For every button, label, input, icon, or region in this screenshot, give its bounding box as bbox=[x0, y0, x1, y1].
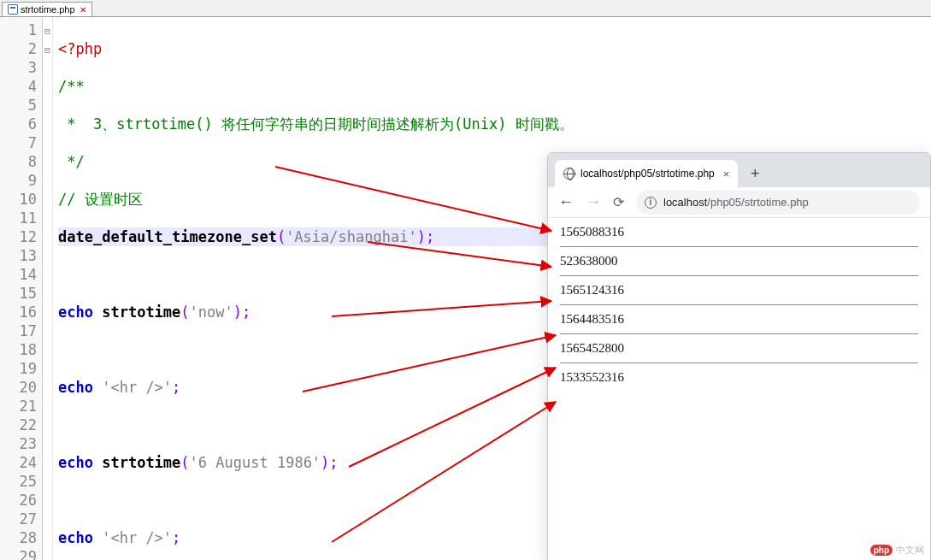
site-info-icon[interactable]: i bbox=[645, 197, 657, 209]
line-number: 17 bbox=[0, 321, 37, 340]
line-number: 3 bbox=[0, 58, 37, 77]
line-number: 27 bbox=[0, 510, 37, 528]
address-bar[interactable]: i localhost/php05/strtotime.php bbox=[636, 191, 920, 215]
code-line: <?php bbox=[58, 39, 931, 58]
browser-tab-title: localhost/php05/strtotime.php bbox=[580, 168, 715, 180]
line-number: 25 bbox=[0, 472, 37, 491]
line-number: 23 bbox=[0, 434, 37, 453]
code-line: /** bbox=[58, 77, 931, 96]
url-path: /php05/strtotime.php bbox=[707, 196, 809, 209]
line-number: 8 bbox=[0, 152, 37, 171]
browser-tab-active[interactable]: localhost/php05/strtotime.php × bbox=[555, 160, 738, 187]
line-number: 28 bbox=[0, 528, 37, 547]
line-number: 12 bbox=[0, 227, 37, 246]
output-value: 1565124316 bbox=[560, 283, 918, 298]
line-number: 18 bbox=[0, 340, 37, 359]
new-tab-button[interactable]: + bbox=[743, 162, 767, 186]
line-number: 14 bbox=[0, 265, 37, 284]
line-number: 7 bbox=[0, 133, 37, 152]
editor-tab-active[interactable]: strtotime.php ✕ bbox=[2, 2, 92, 16]
output-value: 523638000 bbox=[560, 254, 918, 268]
output-value: 1565088316 bbox=[560, 225, 918, 239]
file-icon bbox=[8, 4, 18, 15]
browser-viewport: 1565088316 523638000 1565124316 15644835… bbox=[548, 218, 930, 392]
line-number: 19 bbox=[0, 359, 37, 378]
line-number: 13 bbox=[0, 246, 37, 265]
close-icon[interactable]: × bbox=[723, 168, 730, 180]
line-number: 9 bbox=[0, 171, 37, 190]
line-number: 16 bbox=[0, 303, 37, 321]
line-number: 11 bbox=[0, 209, 37, 227]
line-number-gutter: 1 2 3 4 5 6 7 8 9 10 11 12 13 14 15 16 1… bbox=[0, 17, 43, 560]
browser-window: localhost/php05/strtotime.php × + ← → ⟳ … bbox=[547, 152, 931, 560]
line-number: 20 bbox=[0, 378, 37, 397]
line-number: 4 bbox=[0, 77, 37, 96]
reload-button[interactable]: ⟳ bbox=[613, 194, 624, 210]
browser-tabbar: localhost/php05/strtotime.php × + bbox=[548, 153, 930, 187]
line-number: 22 bbox=[0, 416, 37, 434]
tab-filename: strtotime.php bbox=[21, 4, 75, 15]
fold-marker[interactable]: ⊟ bbox=[43, 22, 52, 41]
php-logo-icon: php bbox=[870, 545, 893, 556]
globe-icon bbox=[563, 168, 575, 180]
line-number: 6 bbox=[0, 115, 37, 133]
line-number: 24 bbox=[0, 453, 37, 472]
code-line: * 3、strtotime() 将任何字符串的日期时间描述解析为(Unix) 时… bbox=[58, 115, 931, 133]
url-host: localhost bbox=[663, 196, 707, 209]
line-number: 15 bbox=[0, 284, 37, 303]
line-number: 26 bbox=[0, 491, 37, 510]
line-number: 29 bbox=[0, 547, 37, 560]
line-number: 2 bbox=[0, 39, 37, 58]
fold-gutter: ⊟ ⊟ bbox=[43, 17, 53, 560]
output-value: 1533552316 bbox=[560, 370, 918, 385]
line-number: 10 bbox=[0, 190, 37, 209]
output-value: 1565452800 bbox=[560, 341, 918, 356]
editor-tabbar: strtotime.php ✕ bbox=[0, 0, 931, 17]
fold-marker[interactable]: ⊟ bbox=[43, 41, 52, 60]
close-icon[interactable]: ✕ bbox=[80, 5, 86, 15]
line-number: 1 bbox=[0, 21, 37, 39]
line-number: 5 bbox=[0, 96, 37, 115]
browser-toolbar: ← → ⟳ i localhost/php05/strtotime.php bbox=[548, 187, 930, 218]
forward-button[interactable]: → bbox=[586, 193, 601, 211]
back-button[interactable]: ← bbox=[558, 193, 574, 211]
output-value: 1564483516 bbox=[560, 312, 918, 327]
line-number: 21 bbox=[0, 397, 37, 416]
watermark: php 中文网 bbox=[870, 544, 924, 557]
watermark-text: 中文网 bbox=[896, 544, 924, 557]
